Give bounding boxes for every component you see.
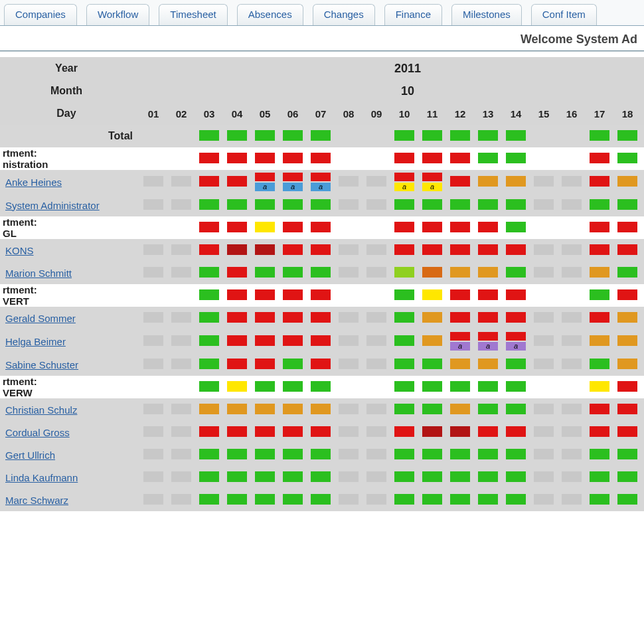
grid-cell bbox=[641, 376, 644, 398]
header-label: Year bbox=[0, 57, 139, 80]
grid-cell bbox=[195, 421, 223, 443]
grid-cell bbox=[446, 284, 474, 307]
grid-cell bbox=[641, 125, 644, 147]
grid-cell bbox=[613, 489, 641, 511]
grid-cell bbox=[446, 443, 474, 466]
person-label-cell: Cordual Gross bbox=[0, 421, 139, 443]
absence-grid: Year2011Month10Day0102030405060708091011… bbox=[0, 57, 644, 511]
grid-cell bbox=[446, 398, 474, 421]
grid-cell bbox=[586, 466, 613, 489]
grid-cell bbox=[530, 421, 558, 443]
grid-cell bbox=[251, 421, 279, 443]
grid-cell bbox=[279, 443, 307, 466]
grid-cell: a bbox=[279, 170, 307, 194]
grid-cell bbox=[446, 194, 474, 216]
grid-cell bbox=[641, 421, 644, 443]
grid-cell bbox=[167, 239, 195, 262]
grid-cell bbox=[586, 262, 613, 284]
grid-cell bbox=[139, 170, 167, 194]
grid-cell bbox=[418, 125, 446, 147]
day-col-16: 16 bbox=[558, 102, 586, 125]
person-link[interactable]: Christian Schulz bbox=[5, 404, 77, 416]
grid-cell bbox=[251, 443, 279, 466]
tab-conf-item[interactable]: Conf Item bbox=[531, 4, 597, 25]
grid-cell bbox=[613, 147, 641, 170]
person-link[interactable]: Anke Heines bbox=[5, 177, 62, 188]
grid-cell bbox=[195, 307, 223, 329]
person-link[interactable]: Linda Kaufmann bbox=[5, 472, 78, 483]
grid-cell bbox=[558, 194, 586, 216]
person-link[interactable]: System Administrator bbox=[5, 200, 100, 211]
grid-cell bbox=[139, 284, 167, 307]
grid-cell bbox=[446, 353, 474, 376]
day-col-13: 13 bbox=[474, 102, 502, 125]
tab-workflow[interactable]: Workflow bbox=[86, 4, 149, 25]
grid-cell bbox=[139, 398, 167, 421]
grid-cell bbox=[167, 443, 195, 466]
person-link[interactable]: Gert Ullrich bbox=[5, 449, 55, 461]
grid-cell bbox=[251, 329, 279, 353]
grid-cell bbox=[139, 376, 167, 398]
grid-cell bbox=[307, 216, 335, 239]
grid-cell bbox=[167, 376, 195, 398]
grid-cell bbox=[279, 398, 307, 421]
person-label-cell: Marion Schmitt bbox=[0, 262, 139, 284]
person-link[interactable]: Gerald Sommer bbox=[5, 313, 76, 324]
tab-absences[interactable]: Absences bbox=[237, 4, 303, 25]
grid-cell bbox=[418, 489, 446, 511]
grid-cell bbox=[418, 262, 446, 284]
grid-cell bbox=[139, 194, 167, 216]
grid-cell bbox=[167, 284, 195, 307]
tab-companies[interactable]: Companies bbox=[4, 4, 77, 25]
day-col-07: 07 bbox=[307, 102, 335, 125]
grid-cell bbox=[586, 329, 613, 353]
person-link[interactable]: Cordual Gross bbox=[5, 427, 70, 438]
grid-cell bbox=[390, 307, 418, 329]
grid-cell bbox=[223, 307, 251, 329]
grid-cell bbox=[195, 284, 223, 307]
grid-cell bbox=[167, 170, 195, 194]
day-col-18: 18 bbox=[613, 102, 641, 125]
day-col-12: 12 bbox=[446, 102, 474, 125]
person-link[interactable]: Marion Schmitt bbox=[5, 268, 72, 279]
person-label-cell: Gerald Sommer bbox=[0, 307, 139, 329]
tab-changes[interactable]: Changes bbox=[313, 4, 375, 25]
grid-cell bbox=[613, 398, 641, 421]
tab-milestones[interactable]: Milestones bbox=[451, 4, 522, 25]
grid-cell bbox=[223, 239, 251, 262]
grid-cell bbox=[223, 353, 251, 376]
grid-cell bbox=[362, 421, 390, 443]
grid-cell bbox=[167, 216, 195, 239]
grid-cell bbox=[335, 398, 362, 421]
grid-cell bbox=[446, 376, 474, 398]
grid-cell bbox=[307, 262, 335, 284]
person-link[interactable]: Marc Schwarz bbox=[5, 495, 68, 506]
tab-timesheet[interactable]: Timesheet bbox=[159, 4, 227, 25]
grid-cell bbox=[502, 353, 530, 376]
grid-cell bbox=[279, 421, 307, 443]
grid-cell bbox=[307, 376, 335, 398]
grid-cell bbox=[418, 466, 446, 489]
grid-cell bbox=[530, 353, 558, 376]
grid-cell bbox=[167, 125, 195, 147]
grid-cell bbox=[362, 398, 390, 421]
grid-cell bbox=[279, 353, 307, 376]
grid-cell bbox=[279, 329, 307, 353]
grid-cell bbox=[502, 376, 530, 398]
grid-cell bbox=[195, 147, 223, 170]
grid-cell bbox=[641, 194, 644, 216]
grid-cell bbox=[139, 489, 167, 511]
person-link[interactable]: Helga Beimer bbox=[5, 336, 66, 347]
day-col-1: 1 bbox=[641, 102, 644, 125]
grid-cell bbox=[335, 466, 362, 489]
tab-finance[interactable]: Finance bbox=[384, 4, 442, 25]
day-col-10: 10 bbox=[390, 102, 418, 125]
grid-cell bbox=[530, 466, 558, 489]
grid-cell bbox=[641, 466, 644, 489]
grid-cell bbox=[586, 421, 613, 443]
grid-cell bbox=[530, 262, 558, 284]
person-link[interactable]: Sabine Schuster bbox=[5, 359, 78, 370]
grid-cell bbox=[251, 239, 279, 262]
grid-cell bbox=[390, 125, 418, 147]
person-link[interactable]: KONS bbox=[5, 245, 34, 256]
